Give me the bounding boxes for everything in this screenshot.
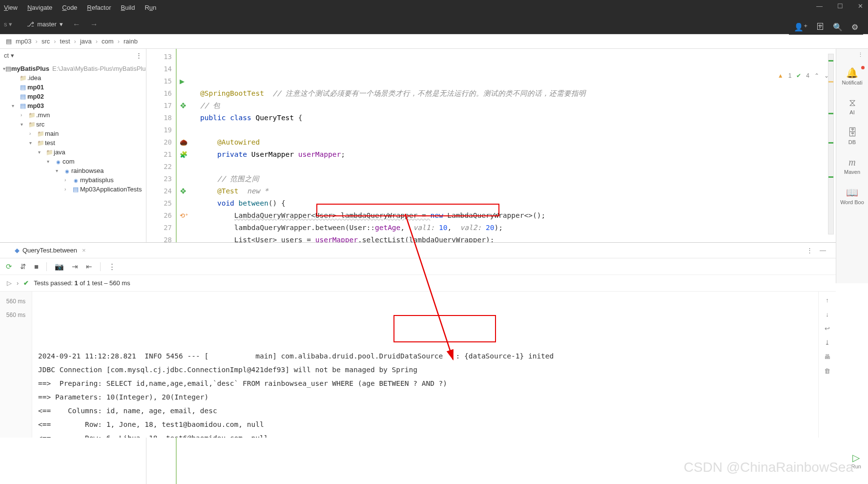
run-floating-button[interactable]: ▷ Run (851, 452, 861, 469)
vcs-branch[interactable]: master ▾ (27, 21, 63, 28)
nav-back-icon[interactable]: ← (73, 20, 81, 29)
chevron-right-icon[interactable]: › (17, 279, 19, 287)
clear-icon[interactable]: 🗑 (824, 367, 830, 375)
main-menu-bar: VViewiew Navigate Code Refactor Build Ru… (0, 0, 868, 15)
branch-icon (27, 21, 34, 28)
tree-item[interactable]: ▾mp03 (0, 101, 146, 110)
crumb[interactable]: rainb (124, 38, 138, 45)
minimize-panel-icon[interactable]: ― (820, 247, 826, 254)
bell-icon: 🔔 (842, 67, 862, 79)
tree-item[interactable]: ▾test (0, 138, 146, 147)
annotation-box (393, 315, 496, 342)
crumb[interactable]: test (60, 38, 70, 45)
play-icon: ▷ (851, 452, 861, 463)
soft-wrap-icon[interactable]: ↩ (825, 325, 830, 332)
crumb[interactable]: com (102, 38, 114, 45)
tree-item[interactable]: .idea (0, 73, 146, 83)
nav-forward-icon[interactable]: → (90, 20, 98, 29)
translate-icon[interactable]: 🈂 (816, 22, 824, 32)
close-icon[interactable]: ✕ (858, 2, 863, 10)
ai-icon: ⧖ (849, 97, 856, 108)
run-tab[interactable]: ◆ QueryTest.between × (10, 245, 91, 256)
right-tool-sidebar: ⋮ 🔔 Notificati ⧖ AI 🗄 DB m Maven 📖 Word … (836, 49, 868, 283)
run-history-icon[interactable]: ▷ (7, 279, 12, 287)
project-root[interactable]: ▾▤myBatisPlusE:\Java\MyBatis-Plus\myBati… (0, 64, 146, 73)
test-config-icon: ◆ (15, 247, 20, 254)
menu-build[interactable]: Build (121, 4, 135, 11)
tests-passed-icon: ✔ (23, 279, 29, 287)
test-time-column: 560 ms 560 ms (0, 292, 32, 438)
search-icon[interactable]: 🔍 (833, 22, 843, 32)
tree-item[interactable]: ›Mp03ApplicationTests (0, 185, 146, 194)
minimize-icon[interactable]: ― (816, 2, 823, 10)
ai-button[interactable]: ⧖ AI (847, 91, 858, 121)
camera-icon[interactable]: 📷 (55, 262, 64, 271)
scroll-down-icon[interactable]: ↓ (826, 311, 829, 318)
crumb[interactable]: src (41, 38, 50, 45)
tree-item[interactable]: ▾rainbowsea (0, 166, 146, 175)
tests-passed-label: Tests passed: 1 of 1 test – 560 ms (34, 279, 130, 287)
code-with-me-icon[interactable]: 👤⁺ (794, 22, 807, 32)
tree-item[interactable]: mp02 (0, 92, 146, 101)
database-icon: 🗄 (847, 127, 857, 138)
settings-icon[interactable]: ⚙ (851, 22, 858, 32)
crumb-module-icon: ▤ (6, 38, 12, 45)
import-icon[interactable]: ⇤ (86, 262, 92, 271)
more-icon[interactable]: ⋮ (853, 49, 868, 61)
menu-view[interactable]: VViewiew (4, 4, 18, 11)
tree-item[interactable]: mp01 (0, 83, 146, 92)
run-tool-window: ◆ QueryTest.between × ⋮ ― ⟳ ⇵ ■ 📷 ⇥ ⇤ ⋮ … (0, 242, 836, 438)
main-toolbar: s ▾ master ▾ ← → ↶ ↷ (0, 15, 868, 34)
more-icon[interactable]: ⋮ (108, 262, 116, 271)
menu-code[interactable]: Code (62, 4, 77, 11)
editor-scrollbar[interactable] (828, 54, 834, 234)
menu-navigate[interactable]: Navigate (27, 4, 52, 11)
export-icon[interactable]: ⇥ (72, 262, 78, 271)
annotation-box (316, 204, 499, 216)
breadcrumb: ▤ mp03 › src › test › java › com › rainb (0, 34, 868, 49)
more-icon[interactable]: ⋮ (136, 52, 142, 59)
inspection-widget[interactable]: ▲1 ✔4 ⌃⌄ (778, 72, 829, 79)
database-button[interactable]: 🗄 DB (846, 121, 859, 151)
scroll-up-icon[interactable]: ↑ (826, 296, 829, 304)
book-icon: 📖 (840, 187, 864, 198)
wordbook-button[interactable]: 📖 Word Boo (838, 181, 866, 211)
tree-item[interactable]: ▾com (0, 157, 146, 166)
crumb[interactable]: java (80, 38, 92, 45)
tree-item[interactable]: ▾src (0, 120, 146, 129)
menu-run[interactable]: Run (145, 4, 156, 11)
maximize-icon[interactable]: ☐ (837, 2, 843, 10)
warning-icon: ▲ (778, 72, 784, 79)
chevron-down-icon: ▾ (60, 21, 63, 28)
maven-button[interactable]: m Maven (842, 151, 862, 181)
stop-icon[interactable]: ■ (34, 262, 39, 271)
toggle-icon[interactable]: ⇵ (20, 262, 26, 271)
console-output[interactable]: 2024-09-21 11:12:28.821 INFO 5456 --- [ … (32, 292, 818, 438)
more-icon[interactable]: ⋮ (806, 247, 813, 254)
notifications-button[interactable]: 🔔 Notificati (840, 61, 864, 91)
print-icon[interactable]: 🖶 (824, 353, 830, 360)
menu-refactor[interactable]: Refactor (87, 4, 111, 11)
tree-item[interactable]: ›.mvn (0, 110, 146, 120)
close-tab-icon[interactable]: × (82, 247, 86, 254)
test-status-bar: ▷ › ✔ Tests passed: 1 of 1 test – 560 ms (0, 275, 836, 292)
scroll-to-end-icon[interactable]: ⤓ (825, 339, 830, 346)
run-toolbar: ⟳ ⇵ ■ 📷 ⇥ ⇤ ⋮ (0, 258, 836, 275)
tree-item[interactable]: ›mybatisplus (0, 175, 146, 185)
check-icon: ✔ (796, 72, 801, 79)
tree-item[interactable]: ›main (0, 129, 146, 138)
maven-icon: m (844, 157, 860, 168)
rerun-icon[interactable]: ⟳ (6, 262, 12, 271)
tree-item[interactable]: ▾java (0, 147, 146, 157)
crumb[interactable]: mp03 (16, 38, 32, 45)
console-side-toolbar: ↑ ↓ ↩ ⤓ 🖶 🗑 (818, 292, 836, 438)
